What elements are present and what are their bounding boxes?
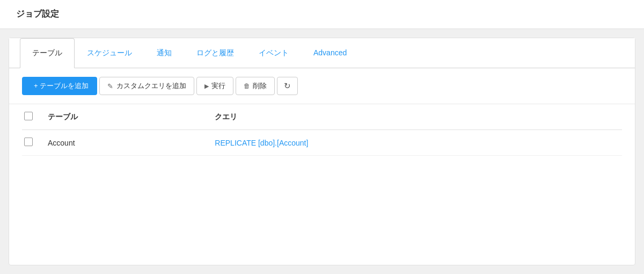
data-table: テーブル クエリ Account REPLICATE [dbo].[Accoun… (22, 104, 622, 156)
page-header: ジョブ設定 (0, 0, 644, 29)
refresh-icon: ↻ (284, 81, 291, 91)
add-table-button[interactable]: + テーブルを追加 (22, 77, 97, 95)
table-header-row: テーブル クエリ (22, 104, 622, 130)
tabs-bar: テーブル スケジュール 通知 ログと履歴 イベント Advanced (9, 38, 635, 68)
trash-icon: 🗑 (244, 82, 250, 90)
tab-notification[interactable]: 通知 (144, 38, 184, 68)
tab-advanced[interactable]: Advanced (301, 38, 359, 68)
refresh-button[interactable]: ↻ (277, 77, 298, 95)
table-row: Account REPLICATE [dbo].[Account] (22, 130, 622, 156)
execute-button[interactable]: ▶ 実行 (196, 77, 233, 95)
tab-table[interactable]: テーブル (20, 38, 75, 68)
column-checkbox (22, 104, 41, 130)
row-checkbox[interactable] (24, 138, 33, 146)
delete-button[interactable]: 🗑 削除 (236, 77, 275, 95)
content-area: テーブル スケジュール 通知 ログと履歴 イベント Advanced + テーブ… (9, 38, 635, 265)
column-query: クエリ (208, 104, 622, 130)
select-all-checkbox[interactable] (24, 112, 33, 120)
tab-schedule[interactable]: スケジュール (75, 38, 144, 68)
tab-event[interactable]: イベント (246, 38, 301, 68)
page-title: ジョブ設定 (16, 9, 59, 18)
row-query: REPLICATE [dbo].[Account] (208, 130, 622, 156)
table-area: テーブル クエリ Account REPLICATE [dbo].[Accoun… (9, 104, 635, 265)
toolbar: + テーブルを追加 ✎ カスタムクエリを追加 ▶ 実行 🗑 削除 ↻ (9, 68, 635, 104)
play-icon: ▶ (204, 83, 209, 90)
edit-icon: ✎ (107, 82, 113, 90)
tab-log-history[interactable]: ログと履歴 (184, 38, 246, 68)
column-table-name: テーブル (41, 104, 208, 130)
add-custom-query-button[interactable]: ✎ カスタムクエリを追加 (99, 77, 194, 95)
page-wrapper: ジョブ設定 テーブル スケジュール 通知 ログと履歴 イベント Advanced (0, 0, 644, 274)
row-checkbox-cell (22, 130, 41, 156)
row-table-name: Account (41, 130, 208, 156)
